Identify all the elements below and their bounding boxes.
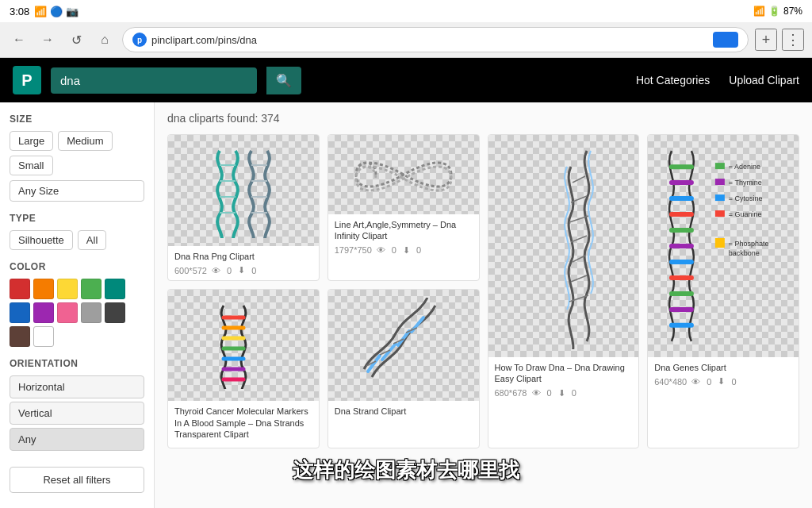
orientation-vertical-btn[interactable]: Vertical xyxy=(10,402,144,425)
tab-indicator xyxy=(713,32,738,48)
clip-meta-1: 600*572 👁 0 ⬇ 0 xyxy=(174,265,312,275)
orientation-horizontal-btn[interactable]: Horizontal xyxy=(10,375,144,398)
battery-icon: 🔋 xyxy=(768,6,780,17)
menu-button[interactable]: ⋮ xyxy=(782,29,804,51)
svg-text:= Phosphate: = Phosphate xyxy=(729,240,769,248)
clip-title-5: Thyroid Cancer Molecular Markers In A Bl… xyxy=(174,406,312,440)
clip-stats-1: 👁 0 ⬇ 0 xyxy=(212,265,256,275)
eye-icon-3: 👁 xyxy=(532,388,541,398)
status-icons: 📶 🔵 📷 xyxy=(34,6,78,17)
color-green[interactable] xyxy=(81,279,102,299)
dl-icon-4: ⬇ xyxy=(718,376,725,387)
clip-thumb-2 xyxy=(328,135,479,214)
upload-clipart-link[interactable]: Upload Clipart xyxy=(729,74,799,87)
clip-stats-3: 👁 0 ⬇ 0 xyxy=(532,388,576,398)
svg-rect-28 xyxy=(715,179,725,185)
views-2: 0 xyxy=(392,245,396,255)
svg-text:= Guanine: = Guanine xyxy=(729,210,762,218)
search-button[interactable]: 🔍 xyxy=(266,67,301,94)
color-teal[interactable] xyxy=(105,279,125,299)
clip-title-2: Line Art,Angle,Symmetry – Dna Infinity C… xyxy=(335,219,473,242)
reset-filters-btn[interactable]: Reset all filters xyxy=(10,467,144,493)
eye-icon-1: 👁 xyxy=(212,266,220,275)
type-all-btn[interactable]: All xyxy=(78,230,106,250)
color-dark[interactable] xyxy=(105,302,125,323)
url-text: pinclipart.com/pins/dna xyxy=(151,34,708,46)
clip-size-4: 640*480 xyxy=(654,377,687,387)
clip-card-3[interactable]: How To Draw Dna – Dna Drawing Easy Clipa… xyxy=(488,134,640,448)
color-gray[interactable] xyxy=(81,302,102,323)
status-bar: 3:08 📶 🔵 📷 📶 🔋 87% xyxy=(0,0,812,22)
size-filter: SIZE Large Medium Small Any Size xyxy=(10,114,144,202)
orientation-any-btn[interactable]: Any xyxy=(10,428,144,451)
back-button[interactable]: ← xyxy=(8,29,30,51)
clip-size-3: 680*678 xyxy=(495,388,527,398)
size-buttons: Large Medium Small xyxy=(10,131,144,175)
clip-card-2[interactable]: Line Art,Angle,Symmetry – Dna Infinity C… xyxy=(327,134,480,281)
clip-thumb-1 xyxy=(168,135,319,246)
type-silhouette-btn[interactable]: Silhouette xyxy=(10,230,73,250)
sidebar: SIZE Large Medium Small Any Size TYPE Si… xyxy=(0,102,155,508)
svg-text:= Cytosine: = Cytosine xyxy=(729,194,763,202)
clip-info-6: Dna Strand Clipart xyxy=(328,401,479,425)
home-button[interactable]: ⌂ xyxy=(94,29,116,51)
dl-icon-3: ⬇ xyxy=(558,388,565,398)
dna-rna-svg xyxy=(200,143,287,238)
dna-diagonal-svg xyxy=(360,298,447,393)
svg-rect-30 xyxy=(715,194,725,201)
browser-chrome: ← → ↺ ⌂ p pinclipart.com/pins/dna + ⋮ xyxy=(0,22,812,58)
clip-size-2: 1797*750 xyxy=(335,245,372,255)
type-buttons: Silhouette All xyxy=(10,230,144,250)
color-blue[interactable] xyxy=(10,302,30,323)
search-input[interactable] xyxy=(51,67,257,94)
color-orange[interactable] xyxy=(33,279,54,299)
eye-icon-4: 👁 xyxy=(691,377,700,387)
svg-rect-34 xyxy=(715,238,725,248)
dna-pencil-svg xyxy=(523,143,603,349)
size-large-btn[interactable]: Large xyxy=(10,131,53,151)
views-1: 0 xyxy=(227,266,232,275)
clip-title-3: How To Draw Dna – Dna Drawing Easy Clipa… xyxy=(495,362,633,385)
clip-title-4: Dna Genes Clipart xyxy=(654,362,792,373)
dl-icon-2: ⬇ xyxy=(403,245,410,256)
type-title: TYPE xyxy=(10,213,144,224)
svg-line-12 xyxy=(573,256,585,262)
results-header: dna cliparts found: 374 xyxy=(167,112,799,125)
color-brown[interactable] xyxy=(10,326,30,347)
address-bar[interactable]: p pinclipart.com/pins/dna xyxy=(122,27,749,52)
clip-size-1: 600*572 xyxy=(174,266,207,275)
dna-colorful-svg xyxy=(200,302,287,389)
header-links: Hot Categories Upload Clipart xyxy=(636,74,799,87)
size-small-btn[interactable]: Small xyxy=(10,156,53,175)
nav-extra: + ⋮ xyxy=(755,29,804,51)
forward-button[interactable]: → xyxy=(36,29,59,51)
clip-info-3: How To Draw Dna – Dna Drawing Easy Clipa… xyxy=(488,357,639,403)
size-title: SIZE xyxy=(10,114,144,125)
clip-title-6: Dna Strand Clipart xyxy=(335,406,473,417)
svg-line-11 xyxy=(571,236,587,242)
clip-card-1[interactable]: Dna Rna Png Clipart 600*572 👁 0 ⬇ 0 xyxy=(167,134,320,281)
site-logo[interactable]: P xyxy=(13,66,41,94)
dna-infinity-svg xyxy=(348,143,459,206)
svg-rect-32 xyxy=(715,210,725,217)
svg-rect-26 xyxy=(715,163,725,169)
new-tab-button[interactable]: + xyxy=(755,29,777,51)
clip-thumb-6 xyxy=(328,290,479,401)
color-pink[interactable] xyxy=(57,302,78,323)
color-white[interactable] xyxy=(33,326,54,347)
color-purple[interactable] xyxy=(33,302,54,323)
clip-card-5[interactable]: Thyroid Cancer Molecular Markers In A Bl… xyxy=(167,289,320,448)
size-medium-btn[interactable]: Medium xyxy=(58,131,112,151)
svg-line-13 xyxy=(571,275,587,282)
color-red[interactable] xyxy=(10,279,30,299)
clip-card-6[interactable]: Dna Strand Clipart xyxy=(327,289,480,448)
content-area: dna cliparts found: 374 xyxy=(155,102,812,508)
views-4: 0 xyxy=(707,377,711,387)
hot-categories-link[interactable]: Hot Categories xyxy=(636,74,710,87)
color-yellow[interactable] xyxy=(57,279,78,299)
any-size-btn[interactable]: Any Size xyxy=(10,180,144,202)
clip-thumb-3 xyxy=(488,135,639,357)
refresh-button[interactable]: ↺ xyxy=(65,29,87,51)
clip-thumb-5 xyxy=(168,290,319,401)
clip-card-4[interactable]: = Adenine = Thymine = Cytosine = Guanine… xyxy=(647,134,799,448)
